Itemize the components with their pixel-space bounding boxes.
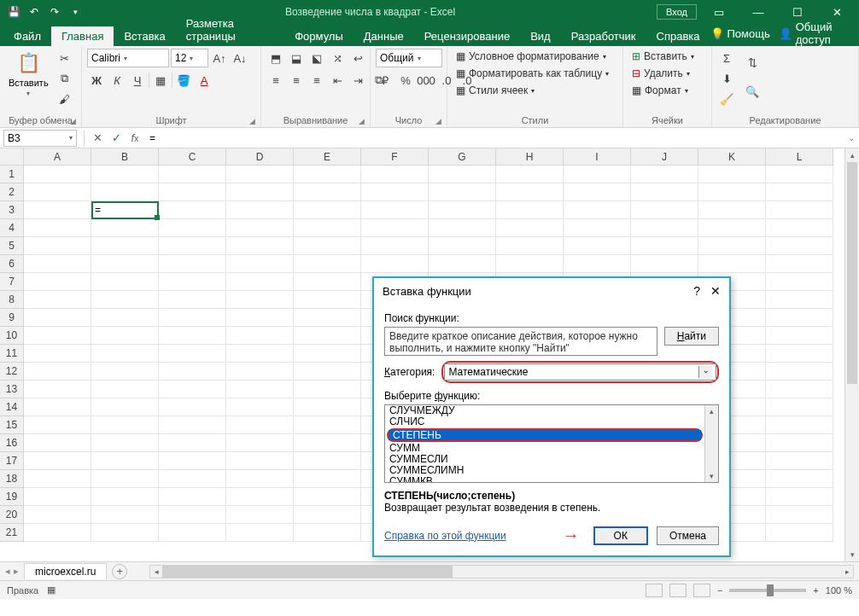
orientation-icon[interactable]: ⤮ [328, 49, 347, 67]
cell[interactable] [294, 416, 361, 434]
cell[interactable] [24, 166, 91, 183]
zoom-slider[interactable] [729, 589, 806, 592]
add-sheet-button[interactable]: + [112, 564, 127, 579]
cell[interactable] [24, 452, 91, 470]
cell[interactable] [294, 201, 361, 219]
cell[interactable] [159, 398, 226, 416]
select-all-corner[interactable] [0, 148, 24, 166]
column-header[interactable]: L [766, 148, 833, 166]
cell[interactable] [159, 470, 226, 488]
bold-button[interactable]: Ж [87, 71, 106, 90]
font-color-icon[interactable]: A [195, 71, 213, 90]
cell[interactable] [766, 381, 833, 398]
tab-review[interactable]: Рецензирование [414, 26, 520, 46]
cell[interactable] [24, 255, 91, 273]
cell[interactable] [631, 255, 698, 273]
italic-button[interactable]: К [108, 71, 126, 90]
border-icon[interactable]: ▦ [151, 71, 170, 90]
tell-me[interactable]: 💡Помощь [710, 27, 770, 40]
tab-file[interactable]: Файл [3, 26, 51, 46]
row-header[interactable]: 20 [0, 506, 24, 524]
function-list-scrollbar[interactable]: ▴▾ [704, 405, 718, 482]
cell[interactable] [91, 237, 159, 255]
cell[interactable] [294, 524, 361, 542]
cell[interactable] [294, 309, 361, 327]
cancel-button[interactable]: Отмена [657, 526, 719, 545]
row-header[interactable]: 15 [0, 416, 24, 434]
cell[interactable] [24, 237, 91, 255]
cell[interactable] [698, 201, 766, 219]
find-button[interactable]: Найти [664, 327, 719, 346]
cell[interactable] [496, 201, 564, 219]
fill-color-icon[interactable]: 🪣 [174, 71, 193, 90]
cell[interactable] [91, 416, 159, 434]
column-header[interactable]: B [91, 148, 159, 166]
cell[interactable] [91, 488, 159, 506]
cell[interactable] [294, 327, 361, 345]
align-launcher[interactable]: ◢ [359, 117, 365, 125]
cell[interactable] [226, 309, 294, 327]
cell[interactable]: = [91, 201, 159, 219]
cell[interactable] [159, 363, 226, 381]
cell[interactable] [294, 506, 361, 524]
cell[interactable] [226, 166, 294, 183]
cell[interactable] [766, 327, 833, 345]
cell[interactable] [226, 327, 294, 345]
cell[interactable] [496, 183, 564, 201]
cell[interactable] [91, 273, 159, 291]
cell[interactable] [226, 398, 294, 416]
cell[interactable] [496, 166, 564, 183]
row-header[interactable]: 9 [0, 309, 24, 327]
cell[interactable] [226, 291, 294, 309]
row-header[interactable]: 10 [0, 327, 24, 345]
cell[interactable] [766, 434, 833, 452]
row-header[interactable]: 16 [0, 434, 24, 452]
tab-help[interactable]: Справка [646, 26, 710, 46]
search-input[interactable]: Введите краткое описание действия, котор… [384, 327, 657, 356]
cell[interactable] [361, 201, 429, 219]
cell[interactable] [226, 452, 294, 470]
cell[interactable] [294, 255, 361, 273]
column-header[interactable]: J [631, 148, 698, 166]
increase-indent-icon[interactable]: ⇥ [348, 71, 367, 90]
tab-data[interactable]: Данные [354, 26, 414, 46]
align-right-icon[interactable]: ≡ [307, 71, 326, 90]
cell[interactable] [24, 291, 91, 309]
qat-customize-icon[interactable]: ▾ [68, 5, 82, 19]
font-launcher[interactable]: ◢ [249, 117, 255, 125]
font-size-combo[interactable]: 12▾ [171, 49, 208, 67]
cell[interactable] [564, 183, 631, 201]
cell[interactable] [159, 183, 226, 201]
font-name-combo[interactable]: Calibri▾ [87, 49, 169, 67]
cell[interactable] [766, 219, 833, 237]
column-header[interactable]: I [564, 148, 631, 166]
page-layout-view-icon[interactable] [669, 584, 687, 597]
tab-home[interactable]: Главная [51, 26, 114, 46]
decrease-font-icon[interactable]: A↓ [231, 49, 249, 67]
delete-cells[interactable]: ⊟Удалить▾ [628, 66, 693, 81]
cell[interactable] [429, 166, 496, 183]
cell[interactable] [496, 219, 564, 237]
clear-icon[interactable]: 🧹 [717, 90, 736, 108]
format-painter-icon[interactable]: 🖌 [56, 90, 74, 108]
fill-icon[interactable]: ⬇ [717, 69, 736, 88]
row-header[interactable]: 3 [0, 201, 24, 219]
cell[interactable] [24, 309, 91, 327]
page-break-view-icon[interactable] [693, 584, 710, 597]
cell[interactable] [159, 201, 226, 219]
find-select-icon[interactable]: 🔍 [743, 78, 762, 105]
row-header[interactable]: 17 [0, 452, 24, 470]
decrease-indent-icon[interactable]: ⇤ [328, 71, 347, 90]
cell[interactable] [564, 255, 631, 273]
cell[interactable] [361, 255, 429, 273]
cell[interactable] [631, 201, 698, 219]
cell[interactable] [24, 488, 91, 506]
paste-button[interactable]: 📋 Вставить ▾ [5, 49, 52, 99]
cell[interactable] [91, 470, 159, 488]
cell[interactable] [429, 255, 496, 273]
cell[interactable] [91, 255, 159, 273]
macro-record-icon[interactable]: ▦ [47, 584, 56, 596]
cell[interactable] [361, 166, 429, 183]
tab-developer[interactable]: Разработчик [561, 26, 646, 46]
insert-function-icon[interactable]: fx [126, 130, 144, 147]
